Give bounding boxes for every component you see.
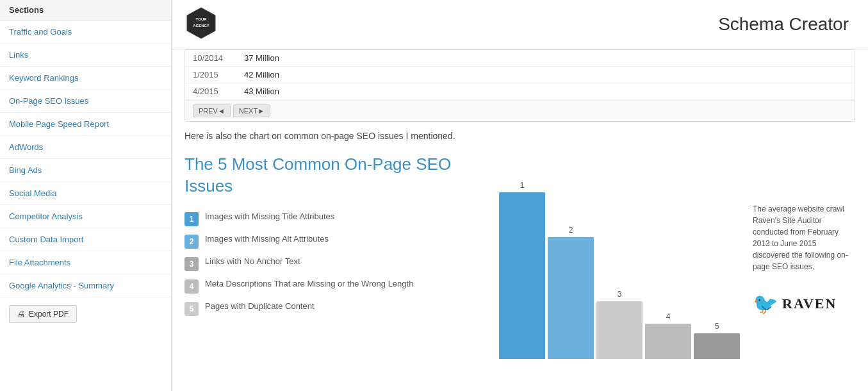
sidebar: Sections Traffic and Goals Links Keyword… xyxy=(0,0,172,391)
sidebar-item-links[interactable]: Links xyxy=(0,44,171,67)
bar-label-top-3: 3 xyxy=(618,290,622,299)
bar-wrap-4: 4 xyxy=(645,312,691,359)
issue-list: 1 Images with Missing Title Attributes 2… xyxy=(184,212,499,316)
sidebar-item-adwords[interactable]: AdWords xyxy=(0,136,171,159)
bar-5 xyxy=(694,333,740,359)
chart-right: The average website crawl Raven's Site A… xyxy=(740,154,855,359)
schema-creator-title: Schema Creator xyxy=(718,14,849,35)
issue-item-1: 1 Images with Missing Title Attributes xyxy=(184,212,499,226)
stats-date-3: 4/2015 xyxy=(193,87,244,96)
issue-item-2: 2 Images with Missing Alt Attributes xyxy=(184,234,499,249)
main-content: YOUR AGENCY Schema Creator 10/2014 37 Mi… xyxy=(172,0,868,391)
bar-label-top-5: 5 xyxy=(715,322,719,331)
chart-note: The average website crawl Raven's Site A… xyxy=(753,197,855,272)
bar-wrap-2: 2 xyxy=(548,226,594,359)
sidebar-item-keyword-rankings[interactable]: Keyword Rankings xyxy=(0,67,171,90)
issue-item-4: 4 Meta Descriptions That are Missing or … xyxy=(184,279,499,294)
svg-text:AGENCY: AGENCY xyxy=(193,24,209,28)
sidebar-item-mobile-page-speed[interactable]: Mobile Page Speed Report xyxy=(0,113,171,136)
issue-text-4: Meta Descriptions That are Missing or th… xyxy=(205,279,413,288)
bar-label-top-2: 2 xyxy=(569,226,573,235)
issue-text-5: Pages with Duplicate Content xyxy=(205,301,315,311)
issue-text-3: Links with No Anchor Text xyxy=(205,256,300,266)
bar-2 xyxy=(548,237,594,359)
intro-text: Here is also the chart on common on-page… xyxy=(172,122,868,147)
bar-3 xyxy=(596,301,643,359)
issue-num-3: 3 xyxy=(184,257,199,271)
stats-nav: PREV◄ NEXT► xyxy=(185,100,855,121)
sidebar-item-custom-data[interactable]: Custom Data Import xyxy=(0,228,171,251)
stats-value-3: 43 Million xyxy=(244,87,279,96)
bar-4 xyxy=(645,324,691,359)
stats-value-2: 42 Million xyxy=(244,70,279,79)
raven-logo-text: RAVEN xyxy=(782,295,837,312)
issue-text-1: Images with Missing Title Attributes xyxy=(205,212,334,221)
sidebar-item-file-attachments[interactable]: File Attachments xyxy=(0,251,171,274)
agency-logo: YOUR AGENCY xyxy=(184,6,218,42)
sidebar-item-on-page-seo[interactable]: On-Page SEO Issues xyxy=(0,90,171,113)
next-button[interactable]: NEXT► xyxy=(233,104,270,117)
svg-marker-0 xyxy=(187,8,215,38)
issue-num-1: 1 xyxy=(184,212,199,226)
chart-section: The 5 Most Common On-Page SEO Issues 1 I… xyxy=(172,147,868,372)
sidebar-item-google-analytics[interactable]: Google Analytics - Summary xyxy=(0,274,171,297)
bar-label-top-1: 1 xyxy=(520,181,525,190)
stats-date-1: 10/2014 xyxy=(193,53,244,63)
issue-item-5: 5 Pages with Duplicate Content xyxy=(184,301,499,316)
export-pdf-button[interactable]: 🖨 Export PDF xyxy=(9,305,77,323)
raven-logo-area: 🐦 RAVEN xyxy=(753,292,855,316)
bars-container: 1 2 3 4 5 xyxy=(499,154,740,359)
issue-num-5: 5 xyxy=(184,302,199,316)
bar-chart-container: 1 2 3 4 5 xyxy=(499,154,740,359)
raven-bird-icon: 🐦 xyxy=(753,292,778,316)
bar-label-top-4: 4 xyxy=(666,312,671,321)
sidebar-item-social-media[interactable]: Social Media xyxy=(0,182,171,205)
bar-wrap-5: 5 xyxy=(694,322,740,359)
issue-item-3: 3 Links with No Anchor Text xyxy=(184,256,499,271)
issue-num-4: 4 xyxy=(184,279,199,294)
sidebar-item-competitor-analysis[interactable]: Competitor Analysis xyxy=(0,205,171,228)
issue-text-2: Images with Missing Alt Attributes xyxy=(205,234,329,244)
sections-header: Sections xyxy=(0,0,171,21)
chart-left: The 5 Most Common On-Page SEO Issues 1 I… xyxy=(184,154,499,359)
chart-title: The 5 Most Common On-Page SEO Issues xyxy=(184,154,499,197)
bar-1 xyxy=(499,192,545,359)
printer-icon: 🖨 xyxy=(17,310,25,319)
sidebar-item-bing-ads[interactable]: Bing Ads xyxy=(0,159,171,182)
stats-row-1: 10/2014 37 Million xyxy=(185,50,855,67)
bar-wrap-3: 3 xyxy=(596,290,643,359)
bar-wrap-1: 1 xyxy=(499,181,545,359)
svg-text:YOUR: YOUR xyxy=(195,17,207,21)
stats-row-2: 1/2015 42 Million xyxy=(185,67,855,83)
stats-row-3: 4/2015 43 Million xyxy=(185,83,855,100)
issue-num-2: 2 xyxy=(184,235,199,249)
sidebar-item-traffic-goals[interactable]: Traffic and Goals xyxy=(0,21,171,44)
top-bar: YOUR AGENCY Schema Creator xyxy=(172,0,868,49)
prev-button[interactable]: PREV◄ xyxy=(193,104,231,117)
stats-value-1: 37 Million xyxy=(244,53,279,63)
stats-table: 10/2014 37 Million 1/2015 42 Million 4/2… xyxy=(184,49,855,122)
stats-date-2: 1/2015 xyxy=(193,70,244,79)
